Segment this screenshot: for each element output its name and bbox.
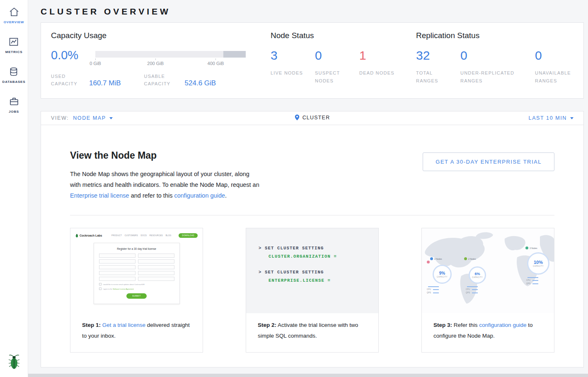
cluster-summary-card: Capacity Usage 0.0% 0 GiB 200 GiB 400 Gi… <box>41 22 584 99</box>
gauge-percent: 10% <box>534 260 543 265</box>
unavailable-ranges-stat: 0 UNAVAILABLE RANGES <box>535 49 588 85</box>
description-text: . <box>225 192 227 199</box>
node-map-description: The Node Map shows the geographical layo… <box>70 169 261 201</box>
replication-status-section: Replication Status 32 TOTAL RANGES 0 UND… <box>416 31 588 87</box>
used-capacity-label: USED CAPACITY <box>51 73 83 87</box>
node-map-title: View the Node Map <box>70 150 261 161</box>
mini-form-input <box>99 277 136 281</box>
view-selected-value: NODE MAP <box>73 115 106 121</box>
qps-readout <box>472 292 478 293</box>
node-status-section: Node Status 3 LIVE NODES 0 SUSPECT NODES… <box>271 31 404 87</box>
capacity-usage-title: Capacity Usage <box>51 31 246 40</box>
dead-nodes-stat: 1 DEAD NODES <box>359 49 404 85</box>
mini-nav-item: BLOG <box>166 234 172 237</box>
capacity-bar-axis: 0 GiB 200 GiB 400 GiB <box>95 59 246 67</box>
mini-bug-icon <box>75 234 78 237</box>
cpu-label: CPU <box>466 288 471 290</box>
usable-capacity-label: USABLE CAPACITY <box>144 73 179 87</box>
step-1-caption: Step 1: Get a trial license delivered st… <box>70 313 203 352</box>
mini-form-input <box>99 265 136 269</box>
get-trial-license-link[interactable]: Get a trial license <box>102 322 145 328</box>
under-replicated-ranges-stat: 0 UNDER-REPLICATED RANGES <box>460 49 535 85</box>
view-bar: VIEW: NODE MAP CLUSTER LAST 10 MIN <box>41 111 584 125</box>
capacity-used-percent: 0.0% <box>51 49 95 67</box>
divider <box>70 215 554 215</box>
suspect-nodes-stat: 0 SUSPECT NODES <box>315 49 359 85</box>
mini-agree-label: I agree to the Software License Agreemen… <box>103 288 134 290</box>
mini-form-input <box>99 271 136 275</box>
cpu-readout <box>433 289 439 290</box>
mini-form-input <box>99 259 136 263</box>
mini-form-input <box>138 271 174 275</box>
mini-cockroach-brand: Cockroach Labs <box>75 234 102 237</box>
step-3-label: Step 3: <box>433 322 452 328</box>
node-status-title: Node Status <box>271 31 404 40</box>
used-capacity-value: 160.7 MiB <box>89 79 121 87</box>
total-ranges-label: TOTAL RANGES <box>416 69 460 85</box>
sidebar-item-jobs[interactable]: JOBS <box>9 96 19 114</box>
sql-prompt-line: > SET CLUSTER SETTING <box>259 270 378 275</box>
sql-setting-line: ENTERPRISE.LICENSE = <box>269 278 378 283</box>
sidebar-item-overview[interactable]: OVERVIEW <box>4 7 24 24</box>
axis-tick-label: 400 GiB <box>208 61 224 66</box>
locality-metrics: CPU QPS <box>526 277 538 286</box>
mini-nav-item: RESOURCES <box>150 234 163 237</box>
suspect-nodes-label: SUSPECT NODES <box>315 69 359 85</box>
capacity-usage-section: Capacity Usage 0.0% 0 GiB 200 GiB 400 Gi… <box>51 31 246 87</box>
mini-brand-text: Cockroach Labs <box>80 234 102 237</box>
description-text: The Node Map shows the geographical layo… <box>70 171 259 188</box>
gauge-percent: 6% <box>474 272 480 276</box>
sidebar-item-metrics[interactable]: METRICS <box>5 36 23 54</box>
step-1-illustration: Cockroach Labs PRODUCT CUSTOMERS DOCS RE… <box>70 228 203 313</box>
mini-trial-form: Register for a 30 day trial license <box>94 243 180 304</box>
node-map-card: View the Node Map The Node Map shows the… <box>41 125 584 367</box>
live-nodes-value: 3 <box>271 49 315 62</box>
qps-readout <box>532 283 538 284</box>
replication-status-title: Replication Status <box>416 31 588 40</box>
qps-readout <box>433 292 439 293</box>
database-icon <box>8 66 19 77</box>
sidebar-item-databases[interactable]: DATABASES <box>2 66 26 84</box>
time-range-dropdown[interactable]: LAST 10 MIN <box>529 115 573 121</box>
page-title: CLUSTER OVERVIEW <box>41 7 584 17</box>
description-text: and refer to this <box>131 192 173 199</box>
mini-form-input <box>99 254 136 258</box>
locality-metrics: CPU QPS <box>466 286 478 295</box>
cpu-label: CPU <box>526 279 531 281</box>
step-2-illustration: > SET CLUSTER SETTING CLUSTER.ORGANIZATI… <box>246 228 378 313</box>
sidebar-item-label: OVERVIEW <box>4 20 24 24</box>
configuration-guide-link[interactable]: configuration guide <box>174 192 225 199</box>
capacity-bar-reserved-segment <box>223 51 246 58</box>
briefcase-icon <box>9 96 19 107</box>
mini-submit-button: SUBMIT <box>126 293 147 299</box>
mini-form-input <box>138 265 174 269</box>
sidebar-item-label: METRICS <box>5 50 23 54</box>
capacity-readout <box>428 286 439 287</box>
enterprise-trial-license-link[interactable]: Enterprise trial license <box>70 192 129 199</box>
capacity-readout <box>467 286 478 287</box>
mini-form-input <box>138 277 174 281</box>
gauge-percent: 9% <box>439 271 445 276</box>
mini-checkbox-label: I would like to receive email updates ab… <box>103 283 145 285</box>
live-nodes-label: LIVE NODES <box>271 69 315 77</box>
home-icon <box>9 7 19 17</box>
gauge-caption: CAPACITY <box>437 276 448 278</box>
under-replicated-ranges-value: 0 <box>460 49 535 62</box>
main-content: CLUSTER OVERVIEW Capacity Usage 0.0% 0 G… <box>28 0 588 374</box>
step-3-card: 2 Nodes 2 Nodes 3 Nodes 9% CAPACITY 6% C… <box>421 228 554 353</box>
configuration-guide-link[interactable]: configuration guide <box>479 322 526 328</box>
sidebar-item-label: JOBS <box>9 110 19 114</box>
under-replicated-ranges-label: UNDER-REPLICATED RANGES <box>460 69 535 85</box>
view-label: VIEW: <box>51 115 69 121</box>
metrics-icon <box>8 36 19 47</box>
view-selector-dropdown[interactable]: NODE MAP <box>73 115 112 121</box>
node-count-label: 2 Nodes <box>434 258 442 260</box>
step-2-card: > SET CLUSTER SETTING CLUSTER.ORGANIZATI… <box>246 228 379 353</box>
page-bottom-strip <box>28 374 588 377</box>
capacity-readout <box>528 277 538 278</box>
chevron-down-icon <box>570 117 573 119</box>
cpu-readout <box>532 280 538 281</box>
qps-label: QPS <box>526 283 531 285</box>
enterprise-trial-button[interactable]: GET A 30-DAY ENTERPRISE TRIAL <box>423 152 554 171</box>
qps-label: QPS <box>466 292 471 294</box>
